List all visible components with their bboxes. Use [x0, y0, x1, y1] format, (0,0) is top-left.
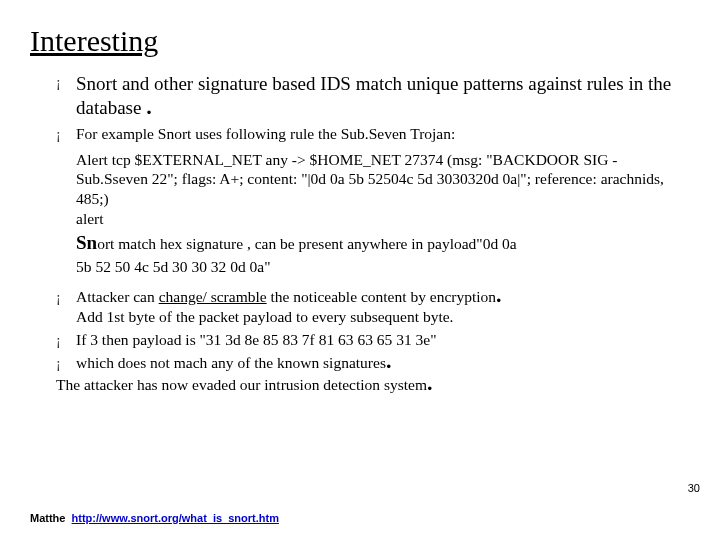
- bullet-3-pre: Attacker can: [76, 288, 159, 305]
- slide: Interesting ¡ Snort and other signature …: [0, 0, 720, 540]
- slide-title: Interesting: [30, 24, 690, 58]
- snort-rest: ort match hex signature , can be present…: [97, 235, 517, 252]
- page-number: 30: [688, 482, 700, 494]
- rule-line-2: alert: [76, 209, 690, 229]
- bullet-5: ¡ which does not mach any of the known s…: [56, 353, 690, 373]
- bullet-3-post: the noticeable content by encryption: [267, 288, 496, 305]
- bullet-3-ul: change/ scramble: [159, 288, 267, 305]
- bullet-marker: ¡: [56, 330, 76, 350]
- bullet-2: ¡ For example Snort uses following rule …: [56, 124, 690, 144]
- bullet-1-text: Snort and other signature based IDS matc…: [76, 72, 690, 121]
- footer-link[interactable]: http://www.snort.org/what_is_snort.htm: [72, 512, 279, 524]
- bullet-4-text: If 3 then payload is "31 3d 8e 85 83 7f …: [76, 330, 690, 350]
- bullet-3-dot: .: [496, 282, 502, 307]
- bullet-2-text: For example Snort uses following rule th…: [76, 124, 690, 144]
- bullet-marker: ¡: [56, 72, 76, 121]
- bullet-4: ¡ If 3 then payload is "31 3d 8e 85 83 7…: [56, 330, 690, 350]
- snort-line: Snort match hex signature , can be prese…: [76, 231, 690, 255]
- closing-dot: .: [427, 370, 433, 395]
- bullet-5-dot: .: [386, 348, 392, 373]
- bullet-3-line2: Add 1st byte of the packet payload to ev…: [76, 308, 454, 325]
- footer-author: Matthe: [30, 512, 65, 524]
- bullet-5-main: which does not mach any of the known sig…: [76, 354, 386, 371]
- bullet-1: ¡ Snort and other signature based IDS ma…: [56, 72, 690, 121]
- snort-prefix: Sn: [76, 232, 97, 253]
- closing-text: The attacker has now evaded our intrusio…: [56, 376, 427, 393]
- slide-body: ¡ Snort and other signature based IDS ma…: [30, 72, 690, 395]
- bullet-3: ¡ Attacker can change/ scramble the noti…: [56, 287, 690, 327]
- bullet-marker: ¡: [56, 353, 76, 373]
- bullet-marker: ¡: [56, 287, 76, 327]
- footer: Matthe http://www.snort.org/what_is_snor…: [30, 512, 279, 524]
- hex-line: 5b 52 50 4c 5d 30 30 32 0d 0a": [76, 257, 690, 277]
- closing-line: The attacker has now evaded our intrusio…: [56, 375, 690, 395]
- bullet-marker: ¡: [56, 124, 76, 144]
- bullet-5-text: which does not mach any of the known sig…: [76, 353, 690, 373]
- bullet-3-text: Attacker can change/ scramble the notice…: [76, 287, 690, 327]
- rule-block: Alert tcp $EXTERNAL_NET any -> $HOME_NET…: [76, 150, 690, 229]
- rule-line-1: Alert tcp $EXTERNAL_NET any -> $HOME_NET…: [76, 150, 690, 209]
- bullet-1-main: Snort and other signature based IDS matc…: [76, 73, 671, 118]
- bullet-1-dot: .: [146, 94, 152, 119]
